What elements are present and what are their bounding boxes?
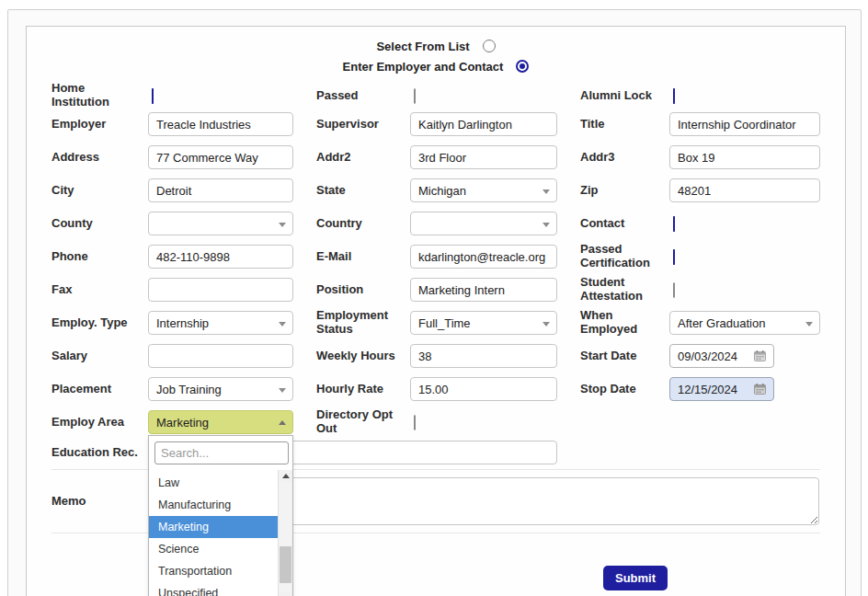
- fax-label: Fax: [51, 283, 148, 297]
- row-type-status-when: Employ. Type Internship Employment Statu…: [51, 306, 820, 339]
- calendar-icon[interactable]: [754, 384, 766, 395]
- scrollbar-thumb[interactable]: [280, 546, 291, 583]
- zip-label: Zip: [580, 184, 669, 198]
- country-select[interactable]: [410, 212, 557, 235]
- employment-status-label: Employment Status: [316, 309, 410, 337]
- employ-area-select-value: Marketing: [156, 416, 209, 430]
- state-select-value: Michigan: [418, 184, 466, 198]
- stop-date-value: 12/15/2024: [678, 383, 737, 396]
- employ-area-dropdown: Law Manufacturing Marketing Science Tran…: [148, 435, 293, 596]
- select-from-list-radio[interactable]: [483, 40, 496, 52]
- supervisor-input[interactable]: [410, 112, 557, 136]
- home-institution-label: Home Institution: [51, 82, 148, 109]
- dropdown-option-law[interactable]: Law: [149, 472, 278, 494]
- addr3-label: Addr3: [580, 151, 669, 165]
- contact-checkbox[interactable]: [673, 216, 675, 232]
- enter-employer-radio[interactable]: [516, 60, 529, 73]
- country-label: Country: [316, 217, 410, 231]
- dropdown-option-science[interactable]: Science: [149, 538, 278, 560]
- radio-row-select-from-list: Select From List: [51, 36, 820, 56]
- student-attestation-label: Student Attestation: [580, 276, 669, 304]
- addr3-input[interactable]: [669, 145, 820, 169]
- calendar-icon[interactable]: [754, 350, 766, 361]
- start-date-field[interactable]: 09/03/2024: [669, 344, 774, 368]
- title-label: Title: [580, 118, 669, 132]
- row-employarea-directory: Employ Area Marketing Law Manufacturing …: [51, 406, 820, 439]
- weekly-hours-label: Weekly Hours: [316, 350, 410, 363]
- student-attestation-checkbox[interactable]: [673, 282, 675, 298]
- when-employed-select[interactable]: After Graduation: [669, 311, 820, 335]
- scrollbar-track[interactable]: [279, 482, 292, 592]
- fax-input[interactable]: [148, 278, 293, 302]
- row-salary-hours-start: Salary Weekly Hours Start Date 09/03/202…: [51, 339, 820, 372]
- state-label: State: [316, 184, 410, 198]
- addr2-label: Addr2: [316, 151, 410, 165]
- employ-type-select-value: Internship: [156, 316, 209, 330]
- page-frame: Select From List Enter Employer and Cont…: [7, 9, 862, 596]
- passed-certification-checkbox[interactable]: [673, 249, 675, 265]
- weekly-hours-input[interactable]: [410, 344, 557, 368]
- when-employed-select-value: After Graduation: [678, 316, 765, 330]
- address-input[interactable]: [148, 145, 293, 169]
- alumni-lock-label: Alumni Lock: [580, 89, 669, 103]
- directory-opt-out-checkbox[interactable]: [414, 415, 416, 430]
- stop-date-field[interactable]: 12/15/2024: [669, 377, 774, 401]
- submit-button[interactable]: Submit: [603, 566, 668, 590]
- dropdown-option-transportation[interactable]: Transportation: [149, 560, 278, 582]
- dropdown-option-manufacturing[interactable]: Manufacturing: [149, 494, 278, 516]
- city-label: City: [51, 184, 148, 198]
- home-institution-checkbox[interactable]: [152, 88, 154, 104]
- state-select[interactable]: Michigan: [410, 178, 557, 202]
- addr2-input[interactable]: [410, 145, 557, 169]
- row-checkboxes: Home Institution Passed Alumni Lock: [51, 84, 820, 108]
- scroll-down-icon[interactable]: [279, 592, 292, 596]
- placement-select-value: Job Training: [156, 383, 222, 396]
- dropdown-option-unspecified[interactable]: Unspecified: [149, 582, 278, 596]
- passed-label: Passed: [316, 89, 410, 103]
- passed-checkbox[interactable]: [414, 88, 416, 104]
- hourly-rate-input[interactable]: [410, 377, 557, 401]
- address-label: Address: [51, 151, 148, 165]
- dropdown-option-marketing[interactable]: Marketing: [149, 516, 278, 538]
- alumni-lock-checkbox[interactable]: [673, 88, 675, 104]
- directory-opt-out-label: Directory Opt Out: [316, 408, 410, 436]
- employer-input[interactable]: [148, 112, 293, 136]
- when-employed-label: When Employed: [580, 309, 669, 337]
- zip-input[interactable]: [669, 178, 820, 202]
- employ-area-select[interactable]: Marketing: [148, 410, 293, 434]
- position-input[interactable]: [410, 278, 557, 302]
- employ-type-select[interactable]: Internship: [148, 311, 293, 335]
- dropdown-scrollbar[interactable]: [278, 470, 292, 596]
- county-select[interactable]: [148, 212, 293, 235]
- start-date-value: 09/03/2024: [678, 350, 737, 363]
- employ-type-label: Employ. Type: [51, 316, 148, 330]
- employment-status-select-value: Full_Time: [418, 316, 471, 330]
- memo-label: Memo: [51, 495, 148, 509]
- passed-certification-label: Passed Certification: [580, 243, 669, 270]
- email-input[interactable]: [410, 245, 557, 269]
- title-input[interactable]: [669, 112, 820, 136]
- radio-label-select-from-list: Select From List: [376, 40, 469, 53]
- scroll-up-icon[interactable]: [279, 470, 292, 482]
- email-label: E-Mail: [316, 250, 410, 264]
- salary-label: Salary: [51, 350, 148, 363]
- phone-input[interactable]: [148, 245, 293, 269]
- city-input[interactable]: [148, 178, 293, 202]
- salary-input[interactable]: [148, 344, 293, 368]
- employer-form-panel: Select From List Enter Employer and Cont…: [26, 26, 846, 596]
- row-address: Address Addr2 Addr3: [51, 141, 820, 174]
- row-employer: Employer Supervisor Title: [51, 108, 820, 141]
- row-placement-rate-stop: Placement Job Training Hourly Rate Stop …: [51, 372, 820, 406]
- employment-status-select[interactable]: Full_Time: [410, 311, 557, 335]
- dropdown-search-input[interactable]: [154, 441, 289, 464]
- start-date-label: Start Date: [580, 350, 669, 363]
- county-label: County: [51, 217, 148, 231]
- placement-select[interactable]: Job Training: [148, 377, 293, 401]
- contact-label: Contact: [580, 217, 669, 231]
- stop-date-label: Stop Date: [580, 383, 669, 396]
- supervisor-label: Supervisor: [316, 118, 410, 132]
- row-county-country-contact: County Country Contact: [51, 207, 820, 240]
- row-city-state-zip: City State Michigan Zip: [51, 174, 820, 207]
- form-grid: Home Institution Passed Alumni Lock Empl…: [51, 84, 820, 591]
- hourly-rate-label: Hourly Rate: [316, 383, 410, 396]
